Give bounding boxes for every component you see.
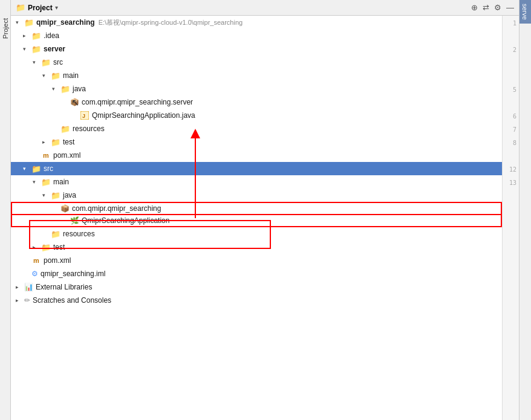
tree-item-src-test[interactable]: ▸ 📁 test: [11, 241, 502, 254]
line-num-4: [503, 57, 519, 70]
tree-item-extlibs[interactable]: ▸ 📊 External Libraries: [11, 280, 502, 294]
arrow-src-pkg: ▾: [52, 205, 59, 212]
arrow-root: ▾: [16, 19, 23, 25]
server-app-icon: J: [80, 111, 90, 120]
tree-item-root[interactable]: ▾ 📁 qmipr_searching E:\慕视\qmipr-spring-c…: [11, 16, 502, 29]
right-tab-serve[interactable]: serve: [520, 0, 532, 24]
extlibs-icon: 📊: [24, 283, 33, 291]
line-num-12: 12: [503, 163, 519, 176]
server-test-icon: 📁: [51, 138, 60, 147]
arrow-scratches: ▸: [16, 297, 23, 303]
server-pkg-icon: 📦: [70, 98, 79, 106]
close-icon[interactable]: —: [506, 3, 514, 12]
server-resources-icon: 📁: [60, 124, 70, 134]
tree-item-server-src[interactable]: ▾ 📁 src: [11, 56, 502, 69]
tree-item-server-pom[interactable]: ▾ m pom.xml: [11, 149, 502, 162]
arrow-src-test: ▸: [33, 244, 40, 250]
tree-item-server[interactable]: ▾ 📁 server: [11, 42, 502, 56]
right-sidebar[interactable]: serve: [519, 0, 531, 420]
arrow-server-src: ▾: [33, 59, 40, 65]
src-pom-label: pom.xml: [44, 256, 71, 265]
line-num-2: [503, 30, 519, 44]
iml-icon: ⚙: [31, 270, 38, 278]
sync-icon[interactable]: ⊕: [471, 3, 478, 12]
tree-item-src-pkg[interactable]: ▾ 📦 com.qmipr.qmipr_searching: [11, 202, 502, 215]
arrow-server-test: ▸: [42, 139, 50, 145]
arrow-server-pkg: ▾: [62, 99, 69, 105]
scratches-label: Scratches and Consoles: [33, 296, 111, 305]
tree-item-src-app[interactable]: ▾ 🌿 QmiprSearchingApplication: [11, 214, 502, 227]
settings-icon[interactable]: ⚙: [494, 3, 501, 12]
tree-item-server-resources[interactable]: ▾ 📁 resources: [11, 122, 502, 135]
arrow-iml: ▾: [23, 271, 30, 277]
iml-label: qmipr_searching.iml: [41, 270, 105, 278]
scratches-icon: ✏: [24, 296, 30, 305]
line-num-3: 2: [503, 44, 519, 57]
tree-item-server-app[interactable]: ▾ J QmiprSearchingApplication.java: [11, 109, 502, 122]
svg-text:J: J: [82, 113, 85, 119]
src-java-label: java: [63, 191, 76, 199]
title-dropdown-icon[interactable]: ▾: [55, 4, 58, 11]
right-tab-label: serve: [521, 4, 529, 20]
line-num-9: 7: [503, 123, 519, 137]
arrow-server-java: ▾: [52, 86, 59, 92]
arrow-src-pom: ▾: [23, 257, 30, 263]
tree-item-server-pkg[interactable]: ▾ 📦 com.qmipr.qmipr_searching.server: [11, 95, 502, 109]
line-num-5: [503, 70, 519, 83]
arrow-src-app: ▾: [62, 218, 69, 224]
src-pkg-label: com.qmipr.qmipr_searching: [72, 204, 161, 213]
src-app-label: QmiprSearchingApplication: [82, 216, 169, 225]
server-java-label: java: [73, 85, 86, 93]
left-project-tab[interactable]: Project: [0, 0, 11, 420]
root-path: E:\慕视\qmipr-spring-cloud-v1.0\qmipr_sear…: [99, 18, 243, 27]
server-app-label: QmiprSearchingApplication.java: [92, 111, 195, 120]
server-test-label: test: [63, 138, 74, 146]
title-label: Project: [28, 4, 53, 12]
line-num-1: 1: [503, 17, 519, 30]
arrow-server-resources: ▾: [52, 126, 59, 132]
arrow-src: ▾: [23, 166, 30, 172]
server-pom-icon: m: [41, 152, 51, 159]
left-tab-label[interactable]: Project: [2, 18, 9, 39]
arrow-idea: ▸: [23, 33, 30, 39]
tree-item-src-resources[interactable]: ▾ 📁 resources: [11, 227, 502, 241]
tree-item-src-pom[interactable]: ▾ m pom.xml: [11, 254, 502, 267]
line-num-11: [503, 150, 519, 163]
tree-item-server-test[interactable]: ▸ 📁 test: [11, 135, 502, 149]
tree-item-src-selected[interactable]: ▾ 📁 src: [11, 162, 502, 175]
arrow-src-java: ▾: [42, 192, 50, 198]
server-main-icon: 📁: [51, 71, 60, 80]
tree-item-src-java[interactable]: ▾ 📁 java: [11, 189, 502, 202]
locate-icon[interactable]: ⇄: [483, 3, 489, 12]
server-icon: 📁: [31, 45, 41, 54]
arrow-server-app: ▾: [71, 112, 79, 118]
src-test-label: test: [53, 243, 65, 251]
tree-item-idea[interactable]: ▸ 📁 .idea: [11, 29, 502, 42]
tree-item-server-java[interactable]: ▾ 📁 java: [11, 82, 502, 95]
project-tree: ▾ 📁 qmipr_searching E:\慕视\qmipr-spring-c…: [11, 16, 502, 420]
title-bar: 📁 Project ▾ ⊕ ⇄ ⚙ —: [11, 0, 519, 16]
line-num-8: 6: [503, 110, 519, 123]
src-main-icon: 📁: [41, 178, 51, 187]
src-icon: 📁: [31, 164, 41, 173]
tree-item-scratches[interactable]: ▸ ✏ Scratches and Consoles: [11, 294, 502, 307]
src-test-icon: 📁: [41, 243, 51, 252]
root-label: qmipr_searching: [36, 18, 95, 27]
arrow-extlibs: ▸: [16, 284, 23, 290]
tree-item-iml[interactable]: ▾ ⚙ qmipr_searching.iml: [11, 267, 502, 280]
arrow-server-pom: ▾: [33, 152, 40, 158]
line-num-7: [503, 97, 519, 110]
tree-item-src-main[interactable]: ▾ 📁 main: [11, 175, 502, 189]
tree-item-server-main[interactable]: ▾ 📁 main: [11, 69, 502, 82]
src-pom-icon: m: [31, 257, 41, 264]
src-resources-icon: 📁: [51, 230, 60, 239]
server-src-icon: 📁: [41, 58, 51, 67]
line-num-10: 8: [503, 137, 519, 150]
line-num-6: 5: [503, 83, 519, 97]
src-resources-label: resources: [63, 230, 95, 238]
server-label: server: [44, 45, 65, 53]
line-number-gutter: 1 2 5 6 7 8 12 13: [502, 16, 519, 420]
server-main-label: main: [63, 71, 79, 80]
server-src-label: src: [53, 58, 63, 66]
src-pkg-icon: 📦: [60, 204, 70, 213]
